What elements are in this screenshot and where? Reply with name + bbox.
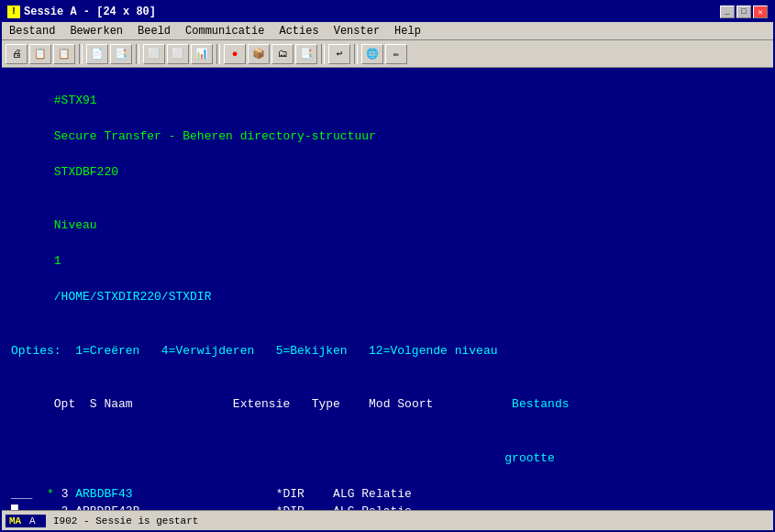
maximize-button[interactable]: □ xyxy=(736,6,751,18)
blank-line-1 xyxy=(11,324,764,342)
menu-bewerken[interactable]: Bewerken xyxy=(62,23,130,39)
status-left: MA A xyxy=(6,515,46,527)
menu-help[interactable]: Help xyxy=(387,23,428,39)
col-spacer xyxy=(54,451,504,465)
col-opt: Opt S Naam Extensie Type Mod Soort xyxy=(54,397,512,411)
minimize-button[interactable]: _ xyxy=(720,6,735,18)
tool-globe[interactable]: 🌐 xyxy=(361,44,383,64)
col-headers: Opt S Naam Extensie Type Mod Soort Besta… xyxy=(11,378,764,432)
toolbar: 🖨 📋 📋 📄 📑 ⬜ ⬜ 📊 ● 📦 🗂 📑 ↩ 🌐 ✏ xyxy=(2,40,773,68)
menu-bar: Bestand Bewerken Beeld Communicatie Acti… xyxy=(2,22,773,40)
tool-folder[interactable]: 🗂 xyxy=(271,44,293,64)
col-bestandsgrootte2: grootte xyxy=(504,451,555,465)
menu-beeld[interactable]: Beeld xyxy=(130,23,178,39)
terminal-header-line: #STX91 Secure Transfer - Beheren directo… xyxy=(11,73,764,199)
row-1: ___ * 3 ARBDBF43 *DIR ALG Relatie xyxy=(11,485,764,504)
terminal-niveau-line: Niveau 1 /HOME/STXDIR220/STXDIR xyxy=(11,199,764,325)
header-spacer1 xyxy=(54,111,126,125)
tool-pkg[interactable]: 📦 xyxy=(248,44,270,64)
status-message: I902 - Sessie is gestart xyxy=(53,515,198,526)
toolbar-separator-2 xyxy=(136,44,139,64)
status-bar: MA A I902 - Sessie is gestart xyxy=(2,510,773,530)
blank-line-2 xyxy=(11,360,764,378)
tool-doc1[interactable]: 📄 xyxy=(86,44,108,64)
title-bar-left: ! Sessie A - [24 x 80] xyxy=(7,6,156,18)
main-window: ! Sessie A - [24 x 80] _ □ ✕ Bestand Bew… xyxy=(0,0,775,532)
tool-print[interactable]: 🖨 xyxy=(6,44,28,64)
title-bar: ! Sessie A - [24 x 80] _ □ ✕ xyxy=(2,2,773,22)
col-bestandsgrootte1: Bestands xyxy=(512,397,569,411)
close-button[interactable]: ✕ xyxy=(753,6,768,18)
menu-acties[interactable]: Acties xyxy=(271,23,326,39)
niveau-value: 1 xyxy=(54,254,61,268)
tool-edit[interactable]: ✏ xyxy=(385,44,407,64)
niveau-spacer xyxy=(54,237,83,250)
niveau-spacer2 xyxy=(54,272,118,286)
tool-copy2[interactable]: 📋 xyxy=(53,44,75,64)
header-right: STXDBF220 xyxy=(54,165,118,179)
toolbar-separator-3 xyxy=(216,44,220,64)
toolbar-separator-4 xyxy=(321,44,325,64)
tool-doc2[interactable]: 📑 xyxy=(110,44,132,64)
window-title: Sessie A - [24 x 80] xyxy=(24,6,156,18)
row-2: █ 3 ARBDBF43B *DIR ALG Relatie xyxy=(11,503,764,510)
col-headers-2: grootte xyxy=(11,431,764,485)
terminal-area: #STX91 Secure Transfer - Beheren directo… xyxy=(2,68,773,510)
tool-chart[interactable]: 📊 xyxy=(191,44,213,64)
tool-red[interactable]: ● xyxy=(224,44,246,64)
toolbar-separator-5 xyxy=(354,44,358,64)
menu-venster[interactable]: Venster xyxy=(327,23,387,39)
menu-bestand[interactable]: Bestand xyxy=(2,23,62,39)
tool-box1[interactable]: ⬜ xyxy=(143,44,165,64)
niveau-label: Niveau xyxy=(54,218,97,232)
stx-id: #STX91 xyxy=(54,94,97,107)
tool-return[interactable]: ↩ xyxy=(328,44,350,64)
header-spacer2 xyxy=(54,147,126,161)
opties-line: Opties: 1=Creëren 4=Verwijderen 5=Bekijk… xyxy=(11,342,764,360)
tool-doc3[interactable]: 📑 xyxy=(295,44,317,64)
status-a: A xyxy=(26,515,46,527)
status-ma: MA xyxy=(6,515,26,527)
path: /HOME/STXDIR220/STXDIR xyxy=(54,290,212,304)
tool-copy1[interactable]: 📋 xyxy=(29,44,51,64)
tool-box2[interactable]: ⬜ xyxy=(167,44,189,64)
window-icon: ! xyxy=(7,6,20,18)
menu-communicatie[interactable]: Communicatie xyxy=(178,23,271,39)
header-center: Secure Transfer - Beheren directory-stru… xyxy=(54,129,376,143)
title-bar-buttons: _ □ ✕ xyxy=(720,6,768,18)
toolbar-separator-1 xyxy=(79,44,83,64)
